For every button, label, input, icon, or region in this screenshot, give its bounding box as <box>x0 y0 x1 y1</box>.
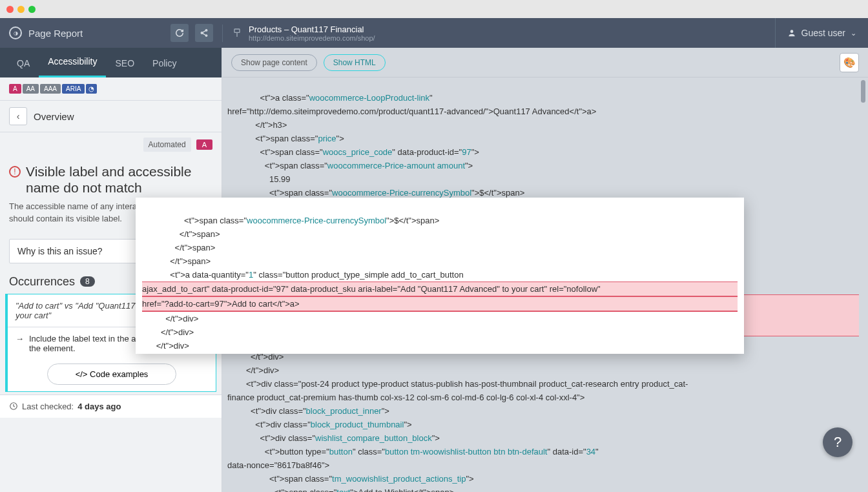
badge-aa[interactable]: AA <box>23 84 39 94</box>
share-button[interactable] <box>195 24 213 42</box>
scrollbar-thumb[interactable] <box>861 80 865 103</box>
show-page-content-button[interactable]: Show page content <box>231 54 317 71</box>
minimize-dot[interactable] <box>17 6 25 13</box>
highlighted-code-popup: <t">span class="woocommerce-Price-curren… <box>136 198 744 354</box>
badge-si[interactable]: ◔ <box>86 84 97 94</box>
svg-point-0 <box>205 30 207 31</box>
svg-point-2 <box>205 35 207 36</box>
svg-point-1 <box>201 32 202 34</box>
conformance-filter: A AA AAA ARIA ◔ <box>0 77 222 101</box>
pin-icon <box>232 28 242 38</box>
user-menu[interactable]: Guest user ⌄ <box>775 18 868 48</box>
refresh-icon <box>175 28 184 37</box>
back-nav: ‹ Overview <box>0 101 222 132</box>
extension-icon[interactable]: 🎨 <box>840 53 859 72</box>
page-title: Products – Quant117 Financial <box>249 25 375 34</box>
back-button[interactable]: ‹ <box>9 107 27 125</box>
tab-accessibility[interactable]: Accessibility <box>39 48 106 77</box>
chevron-down-icon: ⌄ <box>851 29 856 37</box>
code-examples-button[interactable]: </> Code examples <box>47 364 176 385</box>
chip-automated[interactable]: Automated <box>143 138 191 152</box>
show-html-button[interactable]: Show HTML <box>324 54 386 71</box>
tab-seo[interactable]: SEO <box>106 50 143 77</box>
svg-point-4 <box>790 30 793 33</box>
occurrences-title: Occurrences <box>9 275 75 289</box>
refresh-button[interactable] <box>170 24 189 42</box>
user-icon <box>787 28 796 37</box>
tabbar: QA Accessibility SEO Policy <box>0 48 222 77</box>
topbar: ◑ Page Report Products – Quant117 Financ… <box>0 18 868 48</box>
share-icon <box>200 28 209 37</box>
last-checked-label: Last checked: <box>22 402 74 411</box>
page-info: Products – Quant117 Financial http://dem… <box>249 25 375 42</box>
badge-aaa[interactable]: AAA <box>40 84 61 94</box>
occurrences-count: 8 <box>80 276 95 287</box>
zoom-dot[interactable] <box>28 6 36 13</box>
help-button[interactable]: ? <box>823 427 852 457</box>
issue-title: Visible label and accessible name do not… <box>26 163 212 196</box>
badge-a[interactable]: A <box>9 84 21 94</box>
user-label: Guest user <box>801 28 845 38</box>
content-toolbar: Show page content Show HTML 🎨 <box>222 48 868 77</box>
nav-overview[interactable]: Overview <box>34 111 74 122</box>
question-icon: ? <box>834 434 842 451</box>
last-checked: Last checked: 4 days ago <box>0 395 222 418</box>
app-title: Page Report <box>28 28 83 39</box>
tab-policy[interactable]: Policy <box>143 50 185 77</box>
arrow-right-icon: → <box>16 334 24 343</box>
warning-icon: ! <box>9 166 21 178</box>
last-checked-value: 4 days ago <box>78 402 121 411</box>
clock-icon <box>9 402 18 411</box>
close-dot[interactable] <box>6 6 14 13</box>
window-titlebar <box>0 0 868 18</box>
badge-aria[interactable]: ARIA <box>62 84 85 94</box>
app-logo: ◑ <box>9 26 22 39</box>
tab-qa[interactable]: QA <box>8 50 39 77</box>
page-url: http://demo.siteimprovedemo.com/shop/ <box>249 34 375 42</box>
svg-rect-3 <box>234 29 240 32</box>
chip-level-a[interactable]: A <box>196 139 212 150</box>
